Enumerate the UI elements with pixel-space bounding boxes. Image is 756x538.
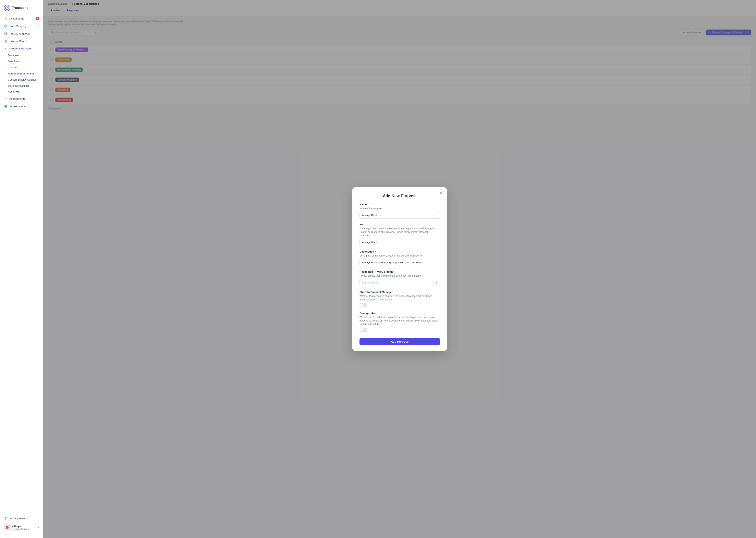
sidebar-item-label: Privacy Center bbox=[10, 40, 27, 42]
sidebar-item-action-items[interactable]: ⚡ Action Items 5 bbox=[2, 15, 42, 22]
sidebar-item-privacy-requests[interactable]: 💬 Privacy Requests bbox=[2, 30, 42, 37]
slug-required: * bbox=[366, 223, 367, 226]
infrastructure-icon: 🔷 bbox=[4, 104, 8, 108]
infrastructure-label: Infrastructure bbox=[10, 105, 25, 108]
dashboard-label: Dashboard bbox=[8, 54, 21, 57]
show-in-cm-group: Show In Consent Manager Whether this pur… bbox=[359, 291, 440, 307]
slug-input[interactable] bbox=[359, 239, 440, 246]
configurable-group: Configurable Whether or not end-users ca… bbox=[359, 312, 440, 332]
sidebar-item-label: Data Mapping bbox=[10, 25, 26, 27]
audit-trail-label: Audit Trail bbox=[8, 90, 19, 93]
developer-settings-label: Developer Settings bbox=[8, 84, 29, 87]
signals-field-group: Respected Privacy Signals Privacy signal… bbox=[359, 270, 440, 286]
show-in-cm-toggle[interactable] bbox=[359, 303, 367, 307]
slug-hint: The unique "key" corresponding to this t… bbox=[359, 227, 440, 238]
privacy-requests-icon: 💬 bbox=[4, 32, 8, 35]
assessments-icon: 📋 bbox=[4, 97, 8, 100]
slug-label: Slug * bbox=[359, 223, 440, 226]
description-field-group: Description * Description of the purpose… bbox=[359, 250, 440, 266]
sidebar-sub-nav: Dashboard Data Flows Cookies Regional Ex… bbox=[2, 52, 42, 95]
modal-title: Add New Purpose bbox=[359, 194, 440, 198]
sidebar-item-dashboard[interactable]: Dashboard bbox=[6, 52, 42, 58]
sidebar-item-privacy-center[interactable]: 🏠 Privacy Center bbox=[2, 37, 42, 44]
sidebar-item-label: Action Items bbox=[10, 17, 24, 20]
ask-question-label: Ask a question bbox=[10, 517, 26, 520]
configurable-toggle[interactable] bbox=[359, 328, 367, 332]
sidebar-item-assessments[interactable]: 📋 Assessments bbox=[2, 95, 42, 102]
signals-label: Respected Privacy Signals bbox=[359, 270, 440, 273]
add-purpose-modal: × Add New Purpose Name * Name of the pur… bbox=[353, 188, 447, 351]
description-hint: Description of the purpose, used in the … bbox=[359, 254, 440, 257]
sidebar-item-label: Privacy Requests bbox=[10, 32, 30, 35]
sidebar-item-infrastructure[interactable]: 🔷 Infrastructure bbox=[2, 103, 42, 110]
data-mapping-icon: 🌐 bbox=[4, 24, 8, 28]
data-flows-label: Data Flows bbox=[8, 60, 21, 63]
description-input[interactable] bbox=[359, 259, 440, 266]
ask-question-icon: ❓ bbox=[4, 516, 8, 520]
name-hint: Name of the purpose bbox=[359, 207, 440, 210]
avatar: 🎁 bbox=[4, 524, 10, 530]
configurable-hint: Whether or not end-users can opt-in or o… bbox=[359, 315, 440, 326]
show-in-cm-hint: Whether this purpose is shown in the Con… bbox=[359, 294, 440, 301]
action-items-badge: 5 bbox=[36, 17, 39, 20]
sidebar-item-ask-question[interactable]: ❓ Ask a question bbox=[2, 515, 42, 522]
signals-select[interactable]: Select Signals ▾ bbox=[359, 279, 440, 286]
chevron-down-icon: ▾ bbox=[38, 526, 39, 529]
sidebar-item-consent-display-settings[interactable]: Consent Display Settings bbox=[6, 77, 42, 82]
sidebar-item-data-flows[interactable]: Data Flows bbox=[6, 59, 42, 64]
show-in-cm-label: Show In Consent Manager bbox=[359, 291, 440, 294]
sidebar-item-data-mapping[interactable]: 🌐 Data Mapping bbox=[2, 23, 42, 29]
assessments-label: Assessments bbox=[10, 97, 25, 100]
sidebar: Transcend ⚡ Action Items 5 🌐 Data Mappin… bbox=[0, 0, 43, 538]
sidebar-item-label: Consent Manager bbox=[10, 47, 32, 50]
consent-display-settings-label: Consent Display Settings bbox=[8, 78, 36, 81]
chevron-down-icon: ▾ bbox=[436, 281, 437, 284]
user-sub: Grégory Jourdan bbox=[12, 528, 36, 530]
action-items-icon: ⚡ bbox=[4, 17, 8, 20]
logo-text: Transcend bbox=[12, 6, 28, 10]
modal-add-purpose-button[interactable]: Add Purpose bbox=[359, 338, 440, 345]
configurable-label: Configurable bbox=[359, 312, 440, 315]
signals-placeholder: Select Signals bbox=[362, 281, 379, 284]
name-label: Name * bbox=[359, 203, 440, 206]
sidebar-item-developer-settings[interactable]: Developer Settings bbox=[6, 83, 42, 89]
main-content: Consent Manager › Regional Experiences P… bbox=[43, 0, 756, 538]
sidebar-item-cookies[interactable]: Cookies bbox=[6, 65, 42, 70]
consent-manager-icon: ✓ bbox=[4, 47, 8, 50]
configurable-toggle-container bbox=[359, 328, 440, 332]
name-required: * bbox=[367, 203, 368, 206]
user-info: eShopIt Grégory Jourdan bbox=[12, 525, 36, 530]
regional-experiences-label: Regional Experiences bbox=[8, 72, 34, 75]
privacy-center-icon: 🏠 bbox=[4, 39, 8, 43]
description-label: Description * bbox=[359, 250, 440, 253]
cookies-label: Cookies bbox=[8, 66, 17, 69]
user-section[interactable]: 🎁 eShopIt Grégory Jourdan ▾ bbox=[2, 522, 42, 532]
description-required: * bbox=[375, 250, 376, 253]
logo-icon bbox=[4, 5, 10, 11]
show-in-cm-toggle-container bbox=[359, 303, 440, 307]
logo: Transcend bbox=[0, 3, 43, 15]
sidebar-item-consent-manager[interactable]: ✓ Consent Manager bbox=[2, 45, 42, 52]
signals-hint: Privacy signals that should opt the user… bbox=[359, 274, 440, 278]
modal-close-button[interactable]: × bbox=[438, 190, 444, 196]
modal-overlay: × Add New Purpose Name * Name of the pur… bbox=[43, 0, 756, 538]
sidebar-nav: ⚡ Action Items 5 🌐 Data Mapping 💬 Privac… bbox=[0, 15, 43, 511]
name-field-group: Name * Name of the purpose bbox=[359, 203, 440, 219]
sidebar-item-regional-experiences[interactable]: Regional Experiences bbox=[6, 71, 42, 77]
svg-point-2 bbox=[7, 7, 8, 9]
sidebar-item-audit-trail[interactable]: Audit Trail bbox=[6, 89, 42, 95]
slug-field-group: Slug * The unique "key" corresponding to… bbox=[359, 223, 440, 246]
sidebar-footer: ❓ Ask a question 🎁 eShopIt Grégory Jourd… bbox=[0, 512, 43, 535]
name-input[interactable] bbox=[359, 212, 440, 219]
user-name: eShopIt bbox=[12, 525, 36, 528]
